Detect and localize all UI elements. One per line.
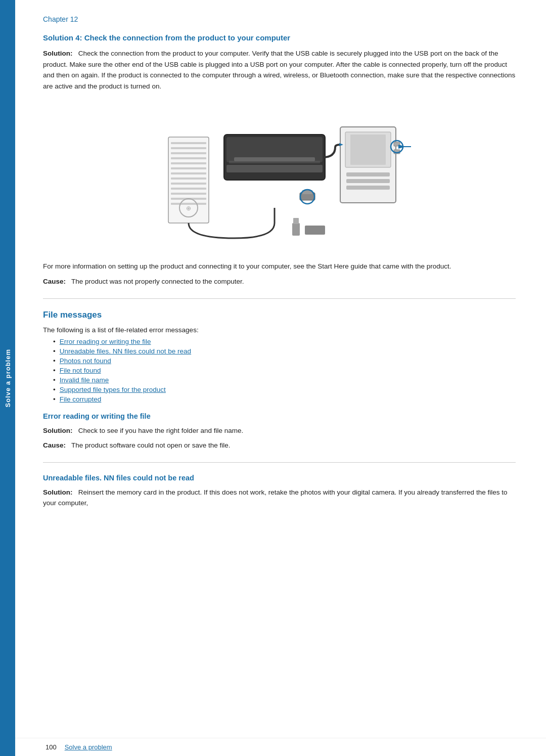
link-photos-not-found[interactable]: Photos not found: [60, 357, 111, 365]
unr-solution-text: Reinsert the memory card in the product.…: [43, 488, 507, 507]
cause-label: Cause:: [43, 278, 66, 285]
error-reading-solution: Solution: Check to see if you have the r…: [43, 425, 516, 436]
footer-link[interactable]: Solve a problem: [65, 743, 112, 751]
unreadable-title: Unreadable files. NN files could not be …: [43, 474, 516, 482]
svg-rect-2: [350, 135, 386, 165]
svg-rect-23: [171, 177, 206, 180]
svg-rect-21: [171, 167, 206, 169]
solution4-cause: Cause: The product was not properly conn…: [43, 276, 516, 287]
svg-rect-19: [171, 157, 206, 159]
chapter-label: Chapter 12: [43, 15, 516, 23]
list-item: File not found: [53, 367, 516, 374]
connection-diagram-area: ⊕: [43, 107, 516, 248]
list-item: Invalid file name: [53, 376, 516, 384]
svg-rect-4: [346, 179, 390, 183]
svg-rect-12: [234, 157, 315, 161]
divider-1: [43, 298, 516, 299]
footer-page-number: 100: [46, 743, 57, 751]
solution4-label: Solution:: [43, 50, 72, 57]
svg-rect-3: [346, 172, 390, 176]
file-messages-title: File messages: [43, 310, 516, 320]
er-cause-label: Cause:: [43, 441, 66, 449]
svg-rect-26: [171, 193, 206, 195]
er-solution-text: Check to see if you have the right folde…: [78, 427, 243, 434]
link-unreadable[interactable]: Unreadable files. NN files could not be …: [60, 347, 191, 355]
svg-rect-5: [346, 186, 390, 190]
svg-rect-37: [305, 226, 325, 235]
svg-rect-22: [171, 172, 206, 174]
svg-rect-25: [171, 188, 206, 190]
list-item: Unreadable files. NN files could not be …: [53, 347, 516, 355]
list-item: Supported file types for the product: [53, 386, 516, 393]
svg-rect-11: [226, 165, 323, 172]
link-invalid-file-name[interactable]: Invalid file name: [60, 376, 109, 384]
list-item: Photos not found: [53, 357, 516, 365]
svg-rect-20: [171, 162, 206, 164]
svg-rect-17: [171, 147, 206, 149]
list-item: Error reading or writing the file: [53, 338, 516, 345]
error-reading-cause: Cause: The product software could not op…: [43, 440, 516, 451]
file-messages-intro: The following is a list of file-related …: [43, 326, 516, 334]
solution4-info: For more information on setting up the p…: [43, 261, 516, 272]
link-file-not-found[interactable]: File not found: [60, 367, 101, 374]
svg-rect-35: [292, 223, 300, 236]
solution4-title: Solution 4: Check the connection from th…: [43, 33, 516, 42]
link-supported-file-types[interactable]: Supported file types for the product: [60, 386, 166, 393]
solution4-body: Solution: Check the connection from the …: [43, 48, 516, 92]
er-cause-text: The product software could not open or s…: [71, 441, 230, 449]
error-reading-title: Error reading or writing the file: [43, 412, 516, 420]
sidebar-label: Solve a problem: [4, 349, 12, 407]
unr-solution-label: Solution:: [43, 488, 72, 496]
svg-text:⊕: ⊕: [186, 205, 191, 212]
er-solution-label: Solution:: [43, 427, 72, 434]
svg-rect-24: [171, 183, 206, 185]
footer: 100 Solve a problem: [15, 738, 546, 756]
connection-svg: ⊕: [143, 107, 416, 248]
unreadable-solution: Solution: Reinsert the memory card in th…: [43, 487, 516, 509]
svg-rect-18: [171, 152, 206, 154]
main-content: Chapter 12 Solution 4: Check the connect…: [15, 0, 546, 533]
link-file-corrupted[interactable]: File corrupted: [60, 395, 102, 403]
cause-text: The product was not properly connected t…: [71, 278, 244, 285]
svg-rect-16: [171, 142, 206, 144]
sidebar: Solve a problem: [0, 0, 15, 756]
connection-diagram: ⊕: [143, 107, 416, 248]
list-item: File corrupted: [53, 395, 516, 403]
link-error-reading[interactable]: Error reading or writing the file: [60, 338, 151, 345]
divider-2: [43, 462, 516, 463]
file-messages-list: Error reading or writing the file Unread…: [53, 338, 516, 403]
svg-rect-36: [293, 218, 299, 224]
solution4-text: Check the connection from the product to…: [43, 50, 515, 90]
